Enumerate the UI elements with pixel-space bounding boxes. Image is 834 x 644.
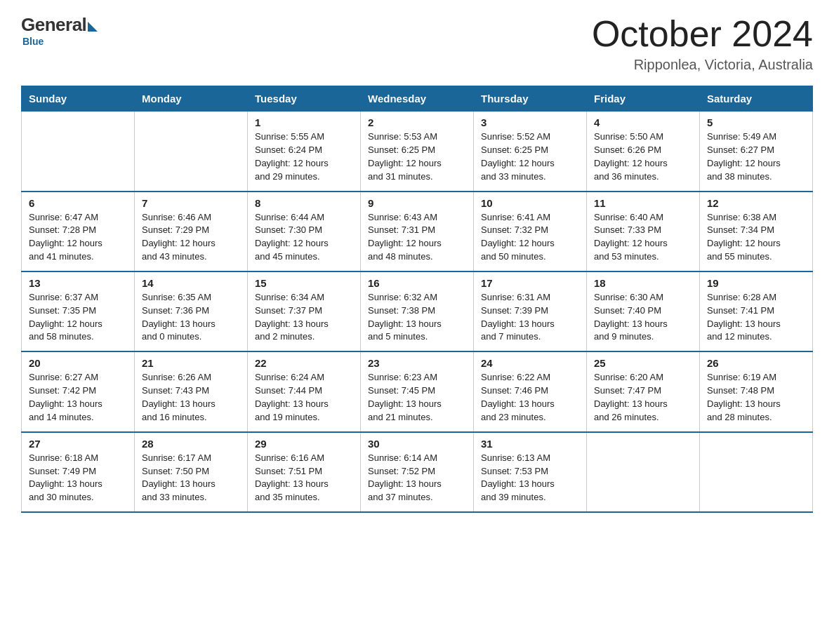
day-number: 18 [594,277,692,289]
day-info: Sunrise: 6:18 AM Sunset: 7:49 PM Dayligh… [29,452,127,504]
calendar-week-row: 6Sunrise: 6:47 AM Sunset: 7:28 PM Daylig… [22,192,813,271]
logo-blue-text: Blue [22,36,44,47]
calendar-cell: 24Sunrise: 6:22 AM Sunset: 7:46 PM Dayli… [474,351,587,431]
day-info: Sunrise: 6:35 AM Sunset: 7:36 PM Dayligh… [142,291,240,344]
calendar-cell: 13Sunrise: 6:37 AM Sunset: 7:35 PM Dayli… [22,271,135,351]
day-number: 17 [481,277,579,289]
day-number: 3 [481,116,579,128]
calendar-cell [135,112,248,192]
calendar-cell: 5Sunrise: 5:49 AM Sunset: 6:27 PM Daylig… [700,112,813,192]
calendar-cell: 10Sunrise: 6:41 AM Sunset: 7:32 PM Dayli… [474,192,587,271]
day-info: Sunrise: 6:24 AM Sunset: 7:44 PM Dayligh… [255,371,353,424]
calendar-cell: 9Sunrise: 6:43 AM Sunset: 7:31 PM Daylig… [361,192,474,271]
day-number: 1 [255,116,353,128]
calendar-cell: 19Sunrise: 6:28 AM Sunset: 7:41 PM Dayli… [700,271,813,351]
day-number: 27 [29,438,127,450]
location-subtitle: Ripponlea, Victoria, Australia [592,57,813,73]
day-number: 15 [255,277,353,289]
header-tuesday: Tuesday [248,86,361,112]
day-info: Sunrise: 5:52 AM Sunset: 6:25 PM Dayligh… [481,130,579,183]
day-info: Sunrise: 6:32 AM Sunset: 7:38 PM Dayligh… [368,291,466,344]
header-thursday: Thursday [474,86,587,112]
calendar-cell: 27Sunrise: 6:18 AM Sunset: 7:49 PM Dayli… [22,432,135,512]
calendar-cell: 20Sunrise: 6:27 AM Sunset: 7:42 PM Dayli… [22,351,135,431]
calendar-week-row: 20Sunrise: 6:27 AM Sunset: 7:42 PM Dayli… [22,351,813,431]
calendar-cell: 18Sunrise: 6:30 AM Sunset: 7:40 PM Dayli… [587,271,700,351]
day-number: 25 [594,357,692,369]
day-number: 24 [481,357,579,369]
day-number: 5 [707,116,805,128]
calendar-cell [22,112,135,192]
logo: General Blue [21,14,98,47]
calendar-cell: 29Sunrise: 6:16 AM Sunset: 7:51 PM Dayli… [248,432,361,512]
day-number: 7 [142,197,240,209]
day-info: Sunrise: 5:49 AM Sunset: 6:27 PM Dayligh… [707,130,805,183]
calendar-cell: 25Sunrise: 6:20 AM Sunset: 7:47 PM Dayli… [587,351,700,431]
calendar-cell: 16Sunrise: 6:32 AM Sunset: 7:38 PM Dayli… [361,271,474,351]
day-info: Sunrise: 5:55 AM Sunset: 6:24 PM Dayligh… [255,130,353,183]
day-number: 23 [368,357,466,369]
day-number: 31 [481,438,579,450]
calendar-week-row: 27Sunrise: 6:18 AM Sunset: 7:49 PM Dayli… [22,432,813,512]
calendar-cell: 1Sunrise: 5:55 AM Sunset: 6:24 PM Daylig… [248,112,361,192]
day-number: 26 [707,357,805,369]
calendar-cell [587,432,700,512]
month-title: October 2024 [592,14,813,54]
day-info: Sunrise: 6:46 AM Sunset: 7:29 PM Dayligh… [142,211,240,264]
calendar-cell: 3Sunrise: 5:52 AM Sunset: 6:25 PM Daylig… [474,112,587,192]
day-info: Sunrise: 5:53 AM Sunset: 6:25 PM Dayligh… [368,130,466,183]
day-number: 22 [255,357,353,369]
day-number: 4 [594,116,692,128]
logo-general-text: General [21,14,86,36]
calendar-table: SundayMondayTuesdayWednesdayThursdayFrid… [21,86,813,513]
calendar-cell: 31Sunrise: 6:13 AM Sunset: 7:53 PM Dayli… [474,432,587,512]
calendar-week-row: 1Sunrise: 5:55 AM Sunset: 6:24 PM Daylig… [22,112,813,192]
day-info: Sunrise: 6:40 AM Sunset: 7:33 PM Dayligh… [594,211,692,264]
day-number: 10 [481,197,579,209]
day-info: Sunrise: 6:47 AM Sunset: 7:28 PM Dayligh… [29,211,127,264]
calendar-cell [700,432,813,512]
header-sunday: Sunday [22,86,135,112]
day-number: 8 [255,197,353,209]
day-info: Sunrise: 6:19 AM Sunset: 7:48 PM Dayligh… [707,371,805,424]
calendar-cell: 14Sunrise: 6:35 AM Sunset: 7:36 PM Dayli… [135,271,248,351]
calendar-cell: 17Sunrise: 6:31 AM Sunset: 7:39 PM Dayli… [474,271,587,351]
day-number: 13 [29,277,127,289]
day-info: Sunrise: 6:41 AM Sunset: 7:32 PM Dayligh… [481,211,579,264]
day-number: 19 [707,277,805,289]
day-info: Sunrise: 6:34 AM Sunset: 7:37 PM Dayligh… [255,291,353,344]
day-number: 9 [368,197,466,209]
day-info: Sunrise: 6:17 AM Sunset: 7:50 PM Dayligh… [142,452,240,504]
calendar-cell: 28Sunrise: 6:17 AM Sunset: 7:50 PM Dayli… [135,432,248,512]
calendar-header-row: SundayMondayTuesdayWednesdayThursdayFrid… [22,86,813,112]
day-info: Sunrise: 6:44 AM Sunset: 7:30 PM Dayligh… [255,211,353,264]
day-info: Sunrise: 6:27 AM Sunset: 7:42 PM Dayligh… [29,371,127,424]
header-friday: Friday [587,86,700,112]
calendar-cell: 26Sunrise: 6:19 AM Sunset: 7:48 PM Dayli… [700,351,813,431]
day-number: 28 [142,438,240,450]
calendar-week-row: 13Sunrise: 6:37 AM Sunset: 7:35 PM Dayli… [22,271,813,351]
calendar-cell: 30Sunrise: 6:14 AM Sunset: 7:52 PM Dayli… [361,432,474,512]
calendar-cell: 7Sunrise: 6:46 AM Sunset: 7:29 PM Daylig… [135,192,248,271]
title-area: October 2024 Ripponlea, Victoria, Austra… [592,14,813,73]
day-info: Sunrise: 6:22 AM Sunset: 7:46 PM Dayligh… [481,371,579,424]
day-info: Sunrise: 6:43 AM Sunset: 7:31 PM Dayligh… [368,211,466,264]
day-info: Sunrise: 6:30 AM Sunset: 7:40 PM Dayligh… [594,291,692,344]
day-number: 12 [707,197,805,209]
logo-arrow-icon [88,22,98,32]
day-number: 6 [29,197,127,209]
day-info: Sunrise: 6:23 AM Sunset: 7:45 PM Dayligh… [368,371,466,424]
day-info: Sunrise: 6:26 AM Sunset: 7:43 PM Dayligh… [142,371,240,424]
day-info: Sunrise: 6:31 AM Sunset: 7:39 PM Dayligh… [481,291,579,344]
day-info: Sunrise: 6:37 AM Sunset: 7:35 PM Dayligh… [29,291,127,344]
calendar-cell: 11Sunrise: 6:40 AM Sunset: 7:33 PM Dayli… [587,192,700,271]
calendar-cell: 12Sunrise: 6:38 AM Sunset: 7:34 PM Dayli… [700,192,813,271]
calendar-cell: 22Sunrise: 6:24 AM Sunset: 7:44 PM Dayli… [248,351,361,431]
day-number: 11 [594,197,692,209]
day-number: 2 [368,116,466,128]
day-info: Sunrise: 6:28 AM Sunset: 7:41 PM Dayligh… [707,291,805,344]
day-number: 14 [142,277,240,289]
day-number: 20 [29,357,127,369]
calendar-cell: 6Sunrise: 6:47 AM Sunset: 7:28 PM Daylig… [22,192,135,271]
day-number: 29 [255,438,353,450]
